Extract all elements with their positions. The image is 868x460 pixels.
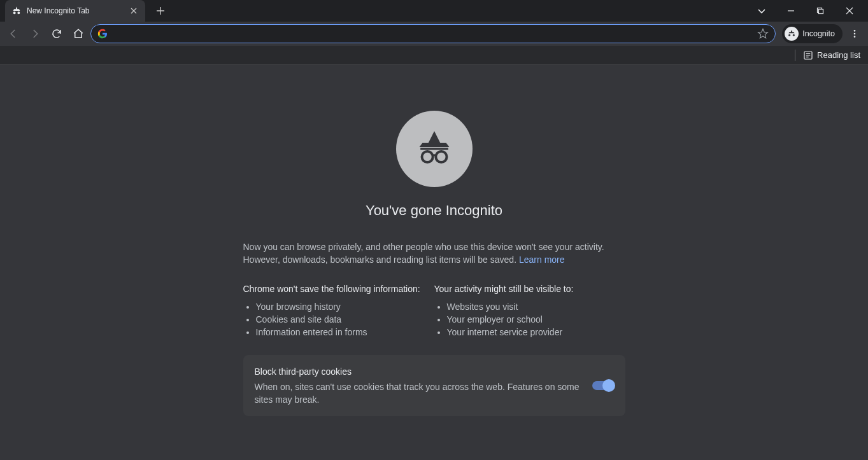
list-item: Your browsing history — [256, 300, 434, 313]
learn-more-link[interactable]: Learn more — [519, 254, 565, 265]
back-button[interactable] — [4, 24, 23, 43]
list-item: Websites you visit — [447, 300, 625, 313]
svg-rect-6 — [420, 148, 448, 150]
col-not-saved: Chrome won't save the following informat… — [243, 284, 434, 338]
incognito-label: Incognito — [802, 29, 835, 38]
intro-paragraph: Now you can browse privately, and other … — [243, 240, 625, 266]
svg-point-4 — [854, 36, 856, 38]
col-visible-to: Your activity might still be visible to:… — [434, 284, 625, 338]
google-icon — [97, 29, 108, 39]
divider — [795, 50, 795, 61]
list-item: Information entered in forms — [256, 326, 434, 338]
svg-point-3 — [854, 33, 856, 35]
titlebar: New Incognito Tab — [0, 0, 868, 22]
window-controls — [776, 0, 864, 22]
cookies-toggle[interactable] — [592, 381, 614, 390]
svg-point-2 — [854, 30, 856, 32]
new-tab-button[interactable] — [152, 2, 169, 20]
incognito-tab-icon — [11, 6, 22, 16]
tab-title: New Incognito Tab — [27, 6, 124, 15]
address-input[interactable] — [113, 25, 752, 43]
bookmark-star-icon[interactable] — [757, 28, 769, 39]
col2-heading: Your activity might still be visible to: — [434, 284, 625, 294]
maximize-button[interactable] — [806, 0, 835, 22]
reading-list-icon — [803, 50, 813, 60]
list-item: Your internet service provider — [447, 326, 625, 338]
home-button[interactable] — [69, 24, 88, 43]
svg-point-8 — [436, 151, 446, 162]
browser-tab[interactable]: New Incognito Tab — [5, 0, 145, 22]
svg-rect-1 — [819, 10, 823, 14]
reading-list-button[interactable]: Reading list — [803, 50, 860, 60]
incognito-indicator[interactable]: Incognito — [782, 24, 843, 43]
list-item: Your employer or school — [447, 313, 625, 326]
close-tab-icon[interactable] — [129, 6, 139, 16]
info-columns: Chrome won't save the following informat… — [243, 284, 625, 338]
headline: You've gone Incognito — [366, 202, 502, 219]
bookmarks-bar: Reading list — [0, 46, 868, 65]
page-content: You've gone Incognito Now you can browse… — [0, 65, 868, 460]
panel-title: Block third-party cookies — [255, 365, 582, 378]
list-item: Cookies and site data — [256, 313, 434, 326]
incognito-chip-icon — [785, 27, 799, 41]
tab-search-button[interactable] — [747, 0, 776, 22]
incognito-hero-icon — [396, 111, 473, 187]
col1-heading: Chrome won't save the following informat… — [243, 284, 434, 294]
cookies-panel: Block third-party cookies When on, sites… — [243, 355, 625, 416]
toolbar: Incognito — [0, 22, 868, 46]
address-bar[interactable] — [90, 24, 776, 43]
forward-button[interactable] — [25, 24, 45, 43]
reading-list-label: Reading list — [817, 50, 860, 60]
panel-body: When on, sites can't use cookies that tr… — [255, 382, 580, 405]
reload-button[interactable] — [47, 24, 66, 43]
svg-point-7 — [422, 151, 432, 162]
close-window-button[interactable] — [835, 0, 864, 22]
menu-button[interactable] — [845, 24, 864, 43]
minimize-button[interactable] — [776, 0, 806, 22]
